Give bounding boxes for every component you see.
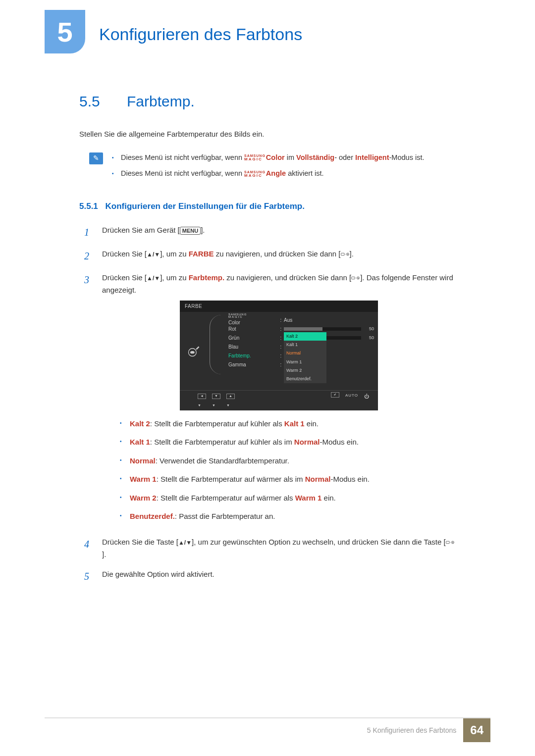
osd-value: 50 bbox=[364, 325, 374, 333]
osd-nav-bar: ◄ ▼ ▲ ↲ AUTO ⏻ bbox=[180, 390, 378, 402]
ref: Normal bbox=[294, 438, 320, 446]
text: Drücken Sie [ bbox=[102, 250, 147, 258]
text: ]. bbox=[350, 250, 354, 258]
page-footer: 5 Konfigurieren des Farbtons 64 bbox=[45, 717, 490, 742]
text: ]. bbox=[201, 226, 205, 234]
term: Kalt 2 bbox=[130, 419, 150, 428]
step-2: 2 Drücken Sie [▲/▼], um zu FARBE zu navi… bbox=[84, 248, 456, 264]
text: Dieses Menü ist nicht verfügbar, wenn bbox=[121, 153, 244, 161]
step-number: 5 bbox=[84, 568, 93, 585]
text: Farbtemp. bbox=[228, 352, 278, 360]
text: ein. bbox=[305, 419, 319, 428]
text: im bbox=[285, 153, 296, 161]
menu-target: Farbtemp. bbox=[189, 273, 225, 282]
subsection-number: 5.5.1 bbox=[79, 202, 98, 211]
up-down-arrows-icon: ▲/▼ bbox=[178, 539, 192, 546]
source-enter-icon bbox=[446, 539, 455, 546]
text: Blau bbox=[228, 343, 278, 351]
text: : Verwendet die Standardfarbtemperatur. bbox=[156, 456, 289, 465]
brand-word: Color bbox=[266, 153, 285, 161]
text: aktiviert ist. bbox=[286, 169, 324, 177]
mode-word: Vollständig bbox=[296, 153, 334, 161]
ref: Kalt 1 bbox=[284, 419, 305, 428]
text: MAGIC bbox=[228, 316, 278, 318]
text: ], um zur gewünschten Option zu wechseln… bbox=[192, 538, 446, 546]
footer-chapter: 5 Konfigurieren des Farbtons bbox=[367, 720, 464, 740]
step-4: 4 Drücken Sie die Taste [▲/▼], um zur ge… bbox=[84, 536, 456, 561]
footer-page-number: 64 bbox=[463, 718, 490, 742]
up-down-arrows-icon: ▲/▼ bbox=[147, 275, 160, 282]
note-item: Dieses Menü ist nicht verfügbar, wenn SA… bbox=[112, 167, 456, 180]
explanation-item: Normal: Verwendet die Standardfarbtemper… bbox=[120, 454, 456, 467]
samsung-magic-logo: SAMSUNGMAGIC bbox=[244, 154, 266, 161]
menu-target: FARBE bbox=[189, 250, 214, 258]
svg-point-5 bbox=[190, 351, 195, 353]
text: ein. bbox=[321, 494, 335, 502]
term: Normal bbox=[130, 456, 156, 465]
osd-panel: FARBE SAMSUNGMAGIC Color : bbox=[180, 301, 378, 410]
text: -Modus ein. bbox=[330, 475, 369, 483]
osd-slider bbox=[284, 327, 361, 331]
osd-dropdown-item: Kalt 1 bbox=[284, 341, 326, 349]
up-down-arrows-icon: ▲/▼ bbox=[147, 251, 160, 258]
note-icon bbox=[89, 152, 103, 164]
text: ]. bbox=[102, 550, 106, 558]
osd-row-blue: Blau : Kalt 2 Kalt 1 Normal Warm 1 bbox=[228, 343, 378, 352]
chapter-title: Konfigurieren des Farbtons bbox=[99, 25, 302, 44]
menu-button-icon: MENU bbox=[180, 227, 201, 235]
osd-row-magic-color: SAMSUNGMAGIC Color : Aus bbox=[228, 316, 378, 325]
text: Drücken Sie am Gerät [ bbox=[102, 226, 180, 234]
osd-nav-enter-icon: ↲ bbox=[331, 392, 339, 398]
svg-point-7 bbox=[451, 541, 454, 544]
text: Dieses Menü ist nicht verfügbar, wenn bbox=[121, 169, 244, 177]
text: zu navigieren, und drücken Sie dann [ bbox=[214, 250, 341, 258]
text: Gamma bbox=[228, 360, 278, 369]
source-enter-icon bbox=[341, 251, 350, 257]
brand-word: Angle bbox=[266, 169, 286, 177]
text: : Stellt die Farbtemperatur auf kühler a… bbox=[150, 438, 294, 446]
section-number: 5.5 bbox=[79, 93, 115, 110]
osd-dropdown-item: Kalt 2 bbox=[284, 332, 326, 341]
step-number: 4 bbox=[84, 536, 93, 561]
chapter-header: 5 Konfigurieren des Farbtons bbox=[45, 10, 490, 53]
source-enter-icon bbox=[351, 275, 360, 281]
svg-point-3 bbox=[357, 277, 360, 279]
intro-text: Stellen Sie die allgemeine Farbtemperatu… bbox=[79, 128, 456, 141]
term: Benutzerdef. bbox=[130, 512, 175, 520]
svg-rect-2 bbox=[352, 277, 355, 279]
osd-dropdown-item: Warm 2 bbox=[284, 366, 326, 375]
chapter-number-tab: 5 bbox=[45, 10, 85, 53]
svg-point-1 bbox=[346, 253, 349, 255]
step-5: 5 Die gewählte Option wird aktiviert. bbox=[84, 568, 456, 585]
mode-word: Intelligent bbox=[355, 153, 389, 161]
osd-nav-down-icon: ▼ bbox=[212, 394, 220, 399]
text: Grün bbox=[228, 334, 278, 342]
term: Warm 1 bbox=[130, 475, 157, 483]
osd-dropdown-item: Benutzerdef. bbox=[284, 375, 326, 383]
explanation-item: Benutzerdef.: Passt die Farbtemperatur a… bbox=[120, 510, 456, 523]
osd-dropdown-item: Warm 1 bbox=[284, 358, 326, 366]
text: : Passt die Farbtemperatur an. bbox=[175, 512, 275, 520]
explanation-item: Kalt 1: Stellt die Farbtemperatur auf kü… bbox=[120, 436, 456, 449]
term: Warm 2 bbox=[130, 494, 157, 502]
explanation-item: Warm 2: Stellt die Farbtemperatur auf wä… bbox=[120, 492, 456, 504]
svg-rect-6 bbox=[446, 541, 449, 544]
text: ], um zu bbox=[160, 250, 189, 258]
text: -Modus ist. bbox=[389, 153, 425, 161]
osd-nav-up-icon: ▲ bbox=[226, 394, 235, 399]
ref: Warm 1 bbox=[295, 494, 322, 502]
step-number: 2 bbox=[84, 248, 93, 264]
text: Rot bbox=[228, 325, 278, 333]
ref: Normal bbox=[305, 475, 331, 483]
osd-value: 50 bbox=[364, 334, 374, 342]
samsung-magic-logo: SAMSUNGMAGIC bbox=[244, 170, 266, 178]
text: : Stellt die Farbtemperatur auf wärmer a… bbox=[157, 494, 295, 502]
text: Drücken Sie die Taste [ bbox=[102, 538, 178, 546]
text: : Stellt die Farbtemperatur auf kühler a… bbox=[150, 419, 284, 428]
text: -Modus ein. bbox=[320, 438, 359, 446]
step-3: 3 Drücken Sie [▲/▼], um zu Farbtemp. zu … bbox=[84, 271, 456, 529]
text: zu navigieren, und drücken Sie dann [ bbox=[224, 273, 351, 282]
osd-value: Aus bbox=[284, 316, 292, 324]
step-number: 1 bbox=[84, 224, 93, 241]
explanation-item: Kalt 2: Stellt die Farbtemperatur auf kü… bbox=[120, 417, 456, 430]
